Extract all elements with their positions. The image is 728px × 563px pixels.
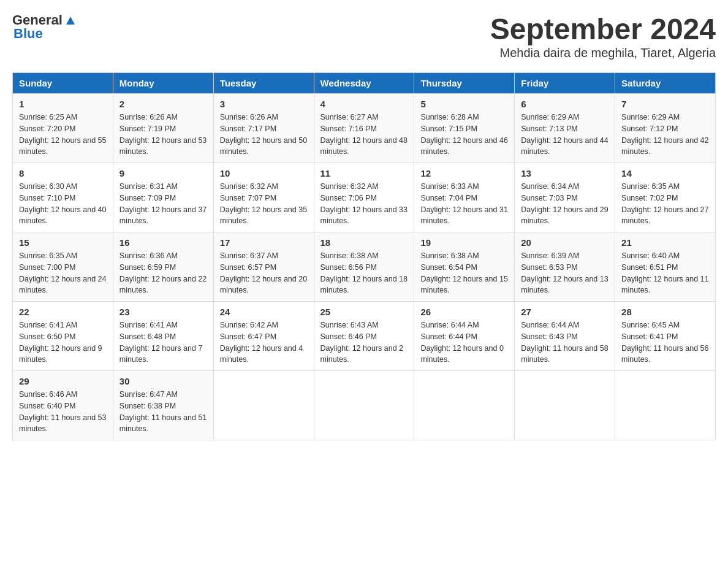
day-number: 19 — [420, 237, 508, 248]
calendar-cell — [414, 371, 515, 440]
day-number: 30 — [119, 376, 207, 386]
calendar-week-row: 1 Sunrise: 6:25 AMSunset: 7:20 PMDayligh… — [13, 94, 716, 163]
day-number: 27 — [521, 307, 609, 317]
day-info: Sunrise: 6:45 AMSunset: 6:41 PMDaylight:… — [621, 321, 708, 364]
calendar-table: SundayMondayTuesdayWednesdayThursdayFrid… — [12, 72, 716, 440]
day-info: Sunrise: 6:43 AMSunset: 6:46 PMDaylight:… — [320, 321, 404, 364]
header-wednesday: Wednesday — [314, 73, 414, 94]
day-info: Sunrise: 6:32 AMSunset: 7:06 PMDaylight:… — [320, 182, 408, 225]
day-info: Sunrise: 6:38 AMSunset: 6:54 PMDaylight:… — [420, 251, 507, 294]
calendar-cell — [213, 371, 314, 440]
calendar-cell: 14 Sunrise: 6:35 AMSunset: 7:02 PMDaylig… — [615, 163, 716, 232]
calendar-cell: 18 Sunrise: 6:38 AMSunset: 6:56 PMDaylig… — [314, 232, 414, 302]
day-number: 13 — [521, 168, 609, 178]
calendar-week-row: 22 Sunrise: 6:41 AMSunset: 6:50 PMDaylig… — [13, 302, 716, 371]
calendar-cell: 29 Sunrise: 6:46 AMSunset: 6:40 PMDaylig… — [13, 371, 113, 440]
day-info: Sunrise: 6:30 AMSunset: 7:10 PMDaylight:… — [19, 182, 106, 225]
day-number: 9 — [119, 168, 207, 178]
calendar-cell — [314, 371, 414, 440]
calendar-cell: 9 Sunrise: 6:31 AMSunset: 7:09 PMDayligh… — [113, 163, 213, 232]
day-info: Sunrise: 6:44 AMSunset: 6:44 PMDaylight:… — [420, 321, 504, 364]
day-number: 17 — [220, 237, 308, 248]
day-info: Sunrise: 6:47 AMSunset: 6:38 PMDaylight:… — [119, 390, 207, 433]
calendar-cell: 28 Sunrise: 6:45 AMSunset: 6:41 PMDaylig… — [615, 302, 716, 371]
header-thursday: Thursday — [414, 73, 515, 94]
calendar-cell: 16 Sunrise: 6:36 AMSunset: 6:59 PMDaylig… — [113, 232, 213, 302]
day-info: Sunrise: 6:41 AMSunset: 6:48 PMDaylight:… — [119, 321, 203, 364]
calendar-week-row: 29 Sunrise: 6:46 AMSunset: 6:40 PMDaylig… — [13, 371, 716, 440]
calendar-cell — [615, 371, 716, 440]
calendar-cell: 20 Sunrise: 6:39 AMSunset: 6:53 PMDaylig… — [515, 232, 615, 302]
day-number: 1 — [19, 99, 107, 109]
calendar-cell: 3 Sunrise: 6:26 AMSunset: 7:17 PMDayligh… — [213, 94, 314, 163]
header-sunday: Sunday — [13, 73, 113, 94]
calendar-cell: 22 Sunrise: 6:41 AMSunset: 6:50 PMDaylig… — [13, 302, 113, 371]
day-number: 8 — [19, 168, 107, 178]
day-number: 23 — [119, 307, 207, 317]
day-info: Sunrise: 6:44 AMSunset: 6:43 PMDaylight:… — [521, 321, 608, 364]
day-info: Sunrise: 6:39 AMSunset: 6:53 PMDaylight:… — [521, 251, 608, 294]
day-info: Sunrise: 6:35 AMSunset: 7:02 PMDaylight:… — [621, 182, 708, 225]
day-number: 21 — [621, 237, 709, 248]
day-number: 29 — [19, 376, 107, 386]
calendar-cell: 17 Sunrise: 6:37 AMSunset: 6:57 PMDaylig… — [213, 232, 314, 302]
calendar-cell: 11 Sunrise: 6:32 AMSunset: 7:06 PMDaylig… — [314, 163, 414, 232]
calendar-cell: 27 Sunrise: 6:44 AMSunset: 6:43 PMDaylig… — [515, 302, 615, 371]
day-info: Sunrise: 6:35 AMSunset: 7:00 PMDaylight:… — [19, 251, 106, 294]
month-title: September 2024 — [490, 12, 716, 46]
calendar-cell: 13 Sunrise: 6:34 AMSunset: 7:03 PMDaylig… — [515, 163, 615, 232]
day-number: 5 — [420, 99, 508, 109]
day-number: 24 — [220, 307, 308, 317]
day-number: 16 — [119, 237, 207, 248]
day-info: Sunrise: 6:26 AMSunset: 7:19 PMDaylight:… — [119, 113, 207, 156]
calendar-cell: 19 Sunrise: 6:38 AMSunset: 6:54 PMDaylig… — [414, 232, 515, 302]
page-header: General Blue September 2024 Mehdia daira… — [12, 12, 716, 60]
day-info: Sunrise: 6:25 AMSunset: 7:20 PMDaylight:… — [19, 113, 106, 156]
calendar-cell: 25 Sunrise: 6:43 AMSunset: 6:46 PMDaylig… — [314, 302, 414, 371]
calendar-cell: 26 Sunrise: 6:44 AMSunset: 6:44 PMDaylig… — [414, 302, 515, 371]
calendar-cell: 21 Sunrise: 6:40 AMSunset: 6:51 PMDaylig… — [615, 232, 716, 302]
calendar-cell: 8 Sunrise: 6:30 AMSunset: 7:10 PMDayligh… — [13, 163, 113, 232]
day-number: 2 — [119, 99, 207, 109]
logo-blue-text: Blue — [13, 26, 43, 42]
day-number: 10 — [220, 168, 308, 178]
day-info: Sunrise: 6:41 AMSunset: 6:50 PMDaylight:… — [19, 321, 102, 364]
day-info: Sunrise: 6:36 AMSunset: 6:59 PMDaylight:… — [119, 251, 207, 294]
day-number: 20 — [521, 237, 609, 248]
day-info: Sunrise: 6:40 AMSunset: 6:51 PMDaylight:… — [621, 251, 708, 294]
day-info: Sunrise: 6:29 AMSunset: 7:12 PMDaylight:… — [621, 113, 708, 156]
day-info: Sunrise: 6:33 AMSunset: 7:04 PMDaylight:… — [420, 182, 507, 225]
day-number: 25 — [320, 307, 408, 317]
day-info: Sunrise: 6:34 AMSunset: 7:03 PMDaylight:… — [521, 182, 608, 225]
calendar-week-row: 8 Sunrise: 6:30 AMSunset: 7:10 PMDayligh… — [13, 163, 716, 232]
header-saturday: Saturday — [615, 73, 716, 94]
day-info: Sunrise: 6:46 AMSunset: 6:40 PMDaylight:… — [19, 390, 106, 433]
svg-marker-0 — [66, 17, 75, 25]
day-number: 26 — [420, 307, 508, 317]
day-info: Sunrise: 6:32 AMSunset: 7:07 PMDaylight:… — [220, 182, 307, 225]
day-info: Sunrise: 6:29 AMSunset: 7:13 PMDaylight:… — [521, 113, 608, 156]
logo-triangle-icon — [64, 13, 77, 27]
day-number: 7 — [621, 99, 709, 109]
day-info: Sunrise: 6:38 AMSunset: 6:56 PMDaylight:… — [320, 251, 408, 294]
calendar-cell: 24 Sunrise: 6:42 AMSunset: 6:47 PMDaylig… — [213, 302, 314, 371]
day-info: Sunrise: 6:31 AMSunset: 7:09 PMDaylight:… — [119, 182, 207, 225]
title-block: September 2024 Mehdia daira de meghila, … — [490, 12, 716, 60]
day-info: Sunrise: 6:26 AMSunset: 7:17 PMDaylight:… — [220, 113, 307, 156]
calendar-cell: 23 Sunrise: 6:41 AMSunset: 6:48 PMDaylig… — [113, 302, 213, 371]
day-number: 3 — [220, 99, 308, 109]
calendar-cell: 5 Sunrise: 6:28 AMSunset: 7:15 PMDayligh… — [414, 94, 515, 163]
calendar-cell: 12 Sunrise: 6:33 AMSunset: 7:04 PMDaylig… — [414, 163, 515, 232]
calendar-cell: 10 Sunrise: 6:32 AMSunset: 7:07 PMDaylig… — [213, 163, 314, 232]
calendar-cell: 4 Sunrise: 6:27 AMSunset: 7:16 PMDayligh… — [314, 94, 414, 163]
header-friday: Friday — [515, 73, 615, 94]
day-number: 11 — [320, 168, 408, 178]
day-number: 28 — [621, 307, 709, 317]
day-number: 12 — [420, 168, 508, 178]
day-number: 22 — [19, 307, 107, 317]
location-title: Mehdia daira de meghila, Tiaret, Algeria — [490, 46, 716, 60]
calendar-header-row: SundayMondayTuesdayWednesdayThursdayFrid… — [13, 73, 716, 94]
calendar-week-row: 15 Sunrise: 6:35 AMSunset: 7:00 PMDaylig… — [13, 232, 716, 302]
calendar-cell: 30 Sunrise: 6:47 AMSunset: 6:38 PMDaylig… — [113, 371, 213, 440]
day-info: Sunrise: 6:37 AMSunset: 6:57 PMDaylight:… — [220, 251, 307, 294]
